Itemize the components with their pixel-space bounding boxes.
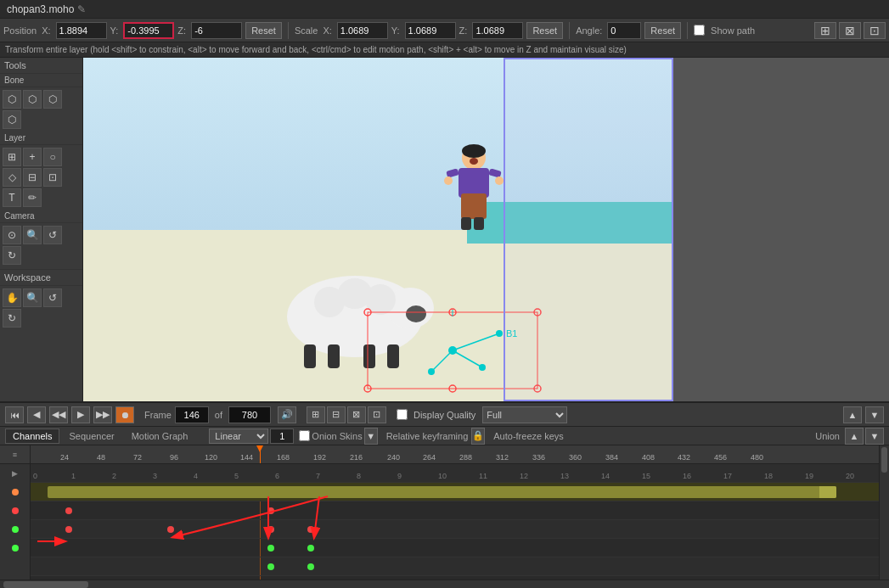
play-btn[interactable]: ▶: [71, 406, 90, 423]
bone-tool-3[interactable]: ⬡: [43, 90, 62, 109]
scroll-up-btn[interactable]: ▲: [843, 406, 862, 423]
z-input[interactable]: [191, 22, 242, 39]
kf-4-1[interactable]: [267, 563, 274, 570]
ws-tool-3[interactable]: ↺: [43, 288, 62, 307]
icon-btn-3[interactable]: ⊡: [864, 22, 886, 39]
layer-tool-3[interactable]: ○: [43, 148, 62, 166]
position-label: Position: [3, 25, 37, 36]
bone-section-label: Bone: [0, 74, 82, 87]
camera-tool-2[interactable]: 🔍: [23, 226, 42, 244]
kf-2-2[interactable]: [167, 526, 174, 533]
track-area[interactable]: 24 48 72 96 120 144 168 192 216 240 264 …: [31, 445, 879, 580]
kf-4-2[interactable]: [307, 563, 314, 570]
angle-label: Angle:: [576, 25, 602, 36]
scale-y-input[interactable]: [405, 22, 456, 39]
sep-3: [687, 22, 688, 39]
play-fwd-btn[interactable]: ▶▶: [93, 406, 112, 423]
layer-tool-5[interactable]: ⊟: [23, 168, 42, 187]
icon-btn-2[interactable]: ⊠: [839, 22, 861, 39]
h-scrollbar[interactable]: [0, 580, 889, 588]
ws-tool-4[interactable]: ↻: [3, 309, 21, 328]
track-row-5: [31, 557, 879, 576]
tab-channels[interactable]: Channels: [5, 428, 59, 444]
svg-point-10: [470, 158, 478, 165]
layer-tool-2[interactable]: +: [23, 148, 42, 166]
y-label: Y:: [110, 25, 119, 36]
ch-item-5: [0, 539, 30, 557]
svg-rect-3: [461, 193, 487, 219]
svg-rect-15: [328, 344, 340, 368]
view-btn-3[interactable]: ⊠: [347, 406, 366, 423]
layer-tool-8[interactable]: ✏: [23, 188, 42, 207]
scrollbar-thumb[interactable]: [881, 447, 887, 473]
quality-checkbox[interactable]: [397, 409, 408, 420]
record-btn[interactable]: ⏺: [115, 406, 134, 423]
display-quality-select[interactable]: FullHalfQuarter: [482, 406, 567, 423]
x-label: X:: [42, 25, 50, 36]
icon-btn-1[interactable]: ⊞: [814, 22, 836, 39]
channel-list: ≡ ▶: [0, 445, 31, 580]
h-scrollbar-thumb[interactable]: [3, 581, 88, 588]
reset-button-3[interactable]: Reset: [644, 22, 681, 39]
track-playhead-1: [260, 501, 261, 519]
kf-3-1[interactable]: [267, 545, 274, 552]
kf-1-1[interactable]: [65, 507, 72, 514]
volume-btn[interactable]: 🔊: [278, 406, 296, 423]
kf-1-2[interactable]: [267, 507, 274, 514]
go-to-start-btn[interactable]: ⏮: [5, 406, 24, 423]
reset-button-2[interactable]: Reset: [526, 22, 563, 39]
track-playhead-5: [260, 576, 261, 580]
layer-tool-4[interactable]: ◇: [3, 168, 21, 187]
canvas-area[interactable]: B1: [83, 58, 889, 401]
play-back-btn[interactable]: ◀◀: [49, 406, 68, 423]
view-btn-1[interactable]: ⊞: [307, 406, 325, 423]
layer-tool-6[interactable]: ⊡: [43, 168, 62, 187]
view-btn-2[interactable]: ⊟: [327, 406, 346, 423]
total-frames-input[interactable]: [228, 406, 271, 423]
nav-up-btn[interactable]: ▲: [845, 428, 864, 445]
angle-input[interactable]: [607, 22, 641, 39]
lock-icon-btn[interactable]: 🔒: [471, 428, 485, 445]
main-content: Tools Bone ⬡ ⬡ ⬡ ⬡ Layer ⊞ + ○ ◇ ⊟ ⊡ T ✏: [0, 58, 889, 401]
camera-tool-1[interactable]: ⊙: [3, 226, 21, 244]
x-input[interactable]: [56, 22, 107, 39]
track-row-1: [31, 483, 879, 501]
svg-line-39: [431, 350, 453, 372]
ws-tool-2[interactable]: 🔍: [23, 288, 42, 307]
tab-motion-graph[interactable]: Motion Graph: [124, 428, 196, 444]
frame-input[interactable]: [175, 406, 209, 423]
camera-tool-3[interactable]: ↺: [43, 226, 62, 244]
kf-2-1[interactable]: [65, 526, 72, 533]
channel-number-input[interactable]: [270, 428, 294, 444]
scroll-down-btn[interactable]: ▼: [865, 406, 884, 423]
onion-skins-checkbox[interactable]: [299, 430, 310, 441]
show-path-checkbox[interactable]: [694, 25, 705, 36]
nav-down-btn[interactable]: ▼: [865, 428, 884, 445]
ch-item-4: [0, 520, 30, 539]
title-text: chopan3.moho: [7, 3, 74, 15]
v-scrollbar[interactable]: [879, 445, 889, 580]
interpolation-select[interactable]: LinearSmoothStepped: [209, 428, 268, 444]
ws-tool-1[interactable]: ✋: [3, 288, 21, 307]
bone-tool-4[interactable]: ⬡: [3, 110, 21, 129]
camera-tool-4[interactable]: ↻: [3, 246, 21, 265]
kf-3-2[interactable]: [307, 545, 314, 552]
ruler-playhead: [260, 445, 261, 463]
tab-sequencer[interactable]: Sequencer: [61, 428, 121, 444]
scale-z-input[interactable]: [472, 22, 523, 39]
y-input[interactable]: [123, 22, 174, 39]
layer-tool-7[interactable]: T: [3, 188, 21, 207]
scale-x-input[interactable]: [337, 22, 388, 39]
scene-viewport: B1: [83, 58, 673, 401]
kf-2-4[interactable]: [307, 526, 314, 533]
bone-tool-2[interactable]: ⬡: [23, 90, 42, 109]
bone-tool-1[interactable]: ⬡: [3, 90, 21, 109]
svg-rect-9: [474, 217, 484, 230]
layer-tool-1[interactable]: ⊞: [3, 148, 21, 166]
ch-dot-2: [12, 489, 19, 496]
kf-2-3[interactable]: [267, 526, 274, 533]
step-back-btn[interactable]: ◀: [27, 406, 46, 423]
reset-button-1[interactable]: Reset: [245, 22, 282, 39]
onion-settings-btn[interactable]: ▼: [364, 428, 378, 445]
view-btn-4[interactable]: ⊡: [368, 406, 386, 423]
